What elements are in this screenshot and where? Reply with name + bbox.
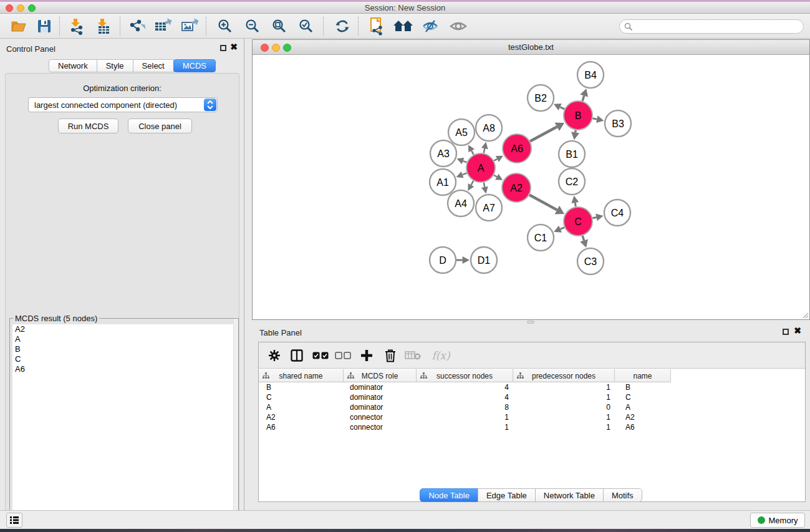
table-row-A2[interactable]: A2connector11A2 — [259, 412, 805, 422]
scrollbar-track[interactable] — [233, 319, 238, 532]
graph-node-A2[interactable]: A2 — [502, 173, 531, 202]
graph-node-A4[interactable]: A4 — [448, 190, 474, 216]
table-cell[interactable]: A6 — [259, 422, 344, 432]
graph-node-A[interactable]: A — [466, 153, 495, 182]
table-cell[interactable]: A — [615, 402, 671, 412]
table-row-B[interactable]: Bdominator41B — [259, 382, 805, 392]
network-window-titlebar[interactable]: testGlobe.txt — [253, 40, 809, 55]
float-panel-icon[interactable] — [783, 329, 789, 335]
fit-content-icon[interactable] — [268, 16, 291, 37]
table-cell[interactable]: B — [615, 382, 671, 392]
home-browser-icon[interactable] — [392, 16, 415, 37]
column-header-predecessor-nodes[interactable]: predecessor nodes — [513, 369, 615, 382]
graph-edge-A6-B[interactable] — [530, 122, 564, 141]
table-cell[interactable]: C — [259, 392, 344, 402]
graph-node-C[interactable]: C — [564, 207, 592, 236]
select-all-columns-icon[interactable] — [311, 346, 330, 365]
graph-edge-A-A1[interactable] — [456, 172, 467, 178]
mcds-result-item[interactable]: C — [12, 354, 236, 364]
graph-node-C2[interactable]: C2 — [559, 168, 585, 195]
graph-edge-A-A7[interactable] — [481, 183, 488, 194]
graph-node-B4[interactable]: B4 — [577, 62, 604, 88]
show-column-icon[interactable] — [287, 346, 306, 365]
delete-column-icon[interactable] — [381, 346, 400, 365]
graph-node-C1[interactable]: C1 — [528, 225, 554, 251]
column-header-name[interactable]: name — [615, 369, 671, 382]
table-cell[interactable]: A — [259, 402, 344, 412]
table-cell[interactable]: 1 — [513, 422, 615, 432]
mcds-result-item[interactable]: B — [12, 344, 236, 354]
table-cell[interactable]: A2 — [615, 412, 671, 422]
table-cell[interactable]: dominator — [344, 382, 417, 392]
graph-edge-C-C3[interactable] — [580, 236, 588, 248]
function-builder-icon[interactable]: f(x) — [428, 346, 453, 365]
tab-edge-table[interactable]: Edge Table — [478, 488, 536, 502]
tab-style[interactable]: Style — [97, 59, 133, 72]
mcds-result-item[interactable]: A — [12, 334, 236, 344]
import-table-icon[interactable] — [92, 16, 115, 37]
column-header-MCDS-role[interactable]: MCDS role — [344, 369, 417, 382]
graph-node-C4[interactable]: C4 — [604, 200, 630, 226]
table-cell[interactable]: 1 — [417, 412, 513, 422]
task-history-button[interactable] — [6, 513, 22, 528]
table-cell[interactable]: connector — [344, 422, 417, 432]
mcds-result-item[interactable]: A6 — [12, 364, 236, 374]
search-field[interactable] — [619, 19, 804, 34]
graph-edge-A-A8[interactable] — [481, 142, 488, 153]
import-network-icon[interactable] — [65, 16, 89, 37]
table-cell[interactable]: A6 — [615, 422, 671, 432]
table-cell[interactable]: dominator — [344, 402, 417, 412]
unselect-all-columns-icon[interactable] — [334, 346, 352, 365]
graph-edge-C-C4[interactable] — [592, 214, 603, 221]
optimization-select[interactable]: largest connected component (directed) — [28, 97, 218, 112]
graph-node-A7[interactable]: A7 — [476, 195, 502, 221]
float-panel-icon[interactable] — [220, 45, 226, 51]
table-cell[interactable]: 4 — [417, 382, 513, 392]
table-cell[interactable]: A2 — [259, 412, 344, 422]
graph-node-B1[interactable]: B1 — [559, 141, 585, 167]
table-cell[interactable]: 1 — [513, 412, 615, 422]
graph-node-B2[interactable]: B2 — [528, 85, 554, 111]
hide-graphics-details-icon[interactable] — [418, 16, 442, 37]
table-cell[interactable]: 1 — [513, 392, 615, 402]
tab-motifs[interactable]: Motifs — [603, 488, 642, 502]
table-cell[interactable]: C — [615, 392, 671, 402]
refresh-icon[interactable] — [330, 16, 354, 37]
table-cell[interactable]: dominator — [344, 392, 417, 402]
tab-select[interactable]: Select — [133, 59, 174, 72]
tab-network[interactable]: Network — [49, 59, 97, 72]
table-cell[interactable]: 4 — [417, 392, 513, 402]
settings-gear-icon[interactable] — [265, 346, 284, 365]
tab-node-table[interactable]: Node Table — [420, 488, 478, 502]
memory-button[interactable]: Memory — [750, 513, 805, 528]
graph-edge-B-B2[interactable] — [554, 104, 564, 110]
close-panel-button[interactable]: Close panel — [128, 118, 192, 133]
graph-edge-A2-C[interactable] — [529, 195, 564, 214]
graph-edge-D-D1[interactable] — [456, 256, 470, 264]
table-cell[interactable]: 1 — [513, 382, 615, 392]
table-cell[interactable]: B — [259, 382, 344, 392]
mcds-result-item[interactable]: A2 — [12, 324, 236, 334]
table-cell[interactable]: connector — [344, 412, 417, 422]
network-canvas[interactable]: B4B2BB3A8A5A6A3B1AA1C2A2A4A7C4CC1DD1C3 — [253, 56, 809, 319]
table-cell[interactable]: 0 — [513, 402, 615, 412]
graph-node-A8[interactable]: A8 — [476, 115, 502, 141]
graph-node-A5[interactable]: A5 — [448, 119, 475, 145]
graph-edge-C-C1[interactable] — [554, 226, 564, 233]
split-divider-handle[interactable] — [527, 321, 534, 324]
graph-edge-A-A6[interactable] — [494, 156, 503, 162]
table-cell[interactable]: 8 — [417, 402, 513, 412]
graph-edge-C-C2[interactable] — [571, 196, 579, 207]
zoom-out-icon[interactable] — [241, 16, 264, 37]
search-input[interactable] — [636, 21, 798, 32]
tab-mcds[interactable]: MCDS — [173, 59, 216, 72]
graph-node-C3[interactable]: C3 — [577, 248, 604, 274]
close-panel-icon[interactable]: ✖ — [794, 326, 801, 336]
column-header-successor-nodes[interactable]: successor nodes — [417, 369, 513, 382]
add-column-icon[interactable] — [357, 346, 376, 365]
graph-node-A3[interactable]: A3 — [430, 140, 456, 167]
zoom-selected-icon[interactable] — [294, 16, 318, 37]
graph-edge-B-B1[interactable] — [571, 130, 579, 140]
export-image-icon[interactable] — [178, 16, 202, 37]
graph-edge-A-A5[interactable] — [468, 145, 475, 155]
